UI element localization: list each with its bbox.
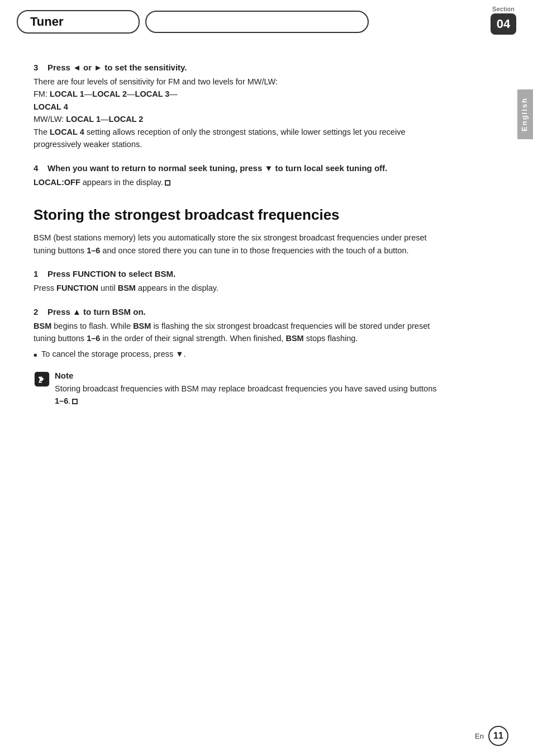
- footer-en-label: En: [475, 732, 484, 740]
- note-icon: [34, 371, 50, 388]
- step-1: 1 Press FUNCTION to select BSM. Press FU…: [34, 269, 447, 294]
- step-2-text: BSM begins to flash. While BSM is flashi…: [34, 320, 447, 345]
- intro-text: BSM (best stations memory) lets you auto…: [34, 231, 447, 257]
- step-2-bullet: To cancel the storage process, press ▼.: [34, 348, 447, 361]
- sidebar-english-label: English: [517, 89, 533, 139]
- section-badge: Section 04: [491, 6, 516, 35]
- note-content: Note Storing broadcast frequencies with …: [55, 371, 447, 408]
- step-1-heading: 1 Press FUNCTION to select BSM.: [34, 269, 447, 278]
- main-content: 3 Press ◄ or ► to set the sensitivity. T…: [0, 34, 480, 424]
- step-4: 4 When you want to return to normal seek…: [34, 163, 447, 188]
- step-3-heading: 3 Press ◄ or ► to set the sensitivity.: [34, 63, 447, 72]
- step-1-text: Press FUNCTION until BSM appears in the …: [34, 282, 447, 294]
- svg-rect-2: [39, 381, 42, 382]
- section-number: 04: [491, 13, 516, 35]
- end-symbol-2: [72, 399, 78, 404]
- page-number: 11: [488, 726, 508, 746]
- page-title: Tuner: [17, 10, 140, 34]
- section-heading: Storing the strongest broadcast frequenc…: [34, 206, 447, 224]
- step-4-text: LOCAL:OFF appears in the display.: [34, 176, 447, 188]
- note-text: Storing broadcast frequencies with BSM m…: [55, 382, 447, 408]
- step-2-heading: 2 Press ▲ to turn BSM on.: [34, 307, 447, 316]
- page: Tuner Section 04 English 3 Press ◄ or ► …: [0, 0, 533, 756]
- step-4-heading: 4 When you want to return to normal seek…: [34, 163, 447, 173]
- end-symbol: [165, 180, 170, 186]
- note-box: Note Storing broadcast frequencies with …: [34, 371, 447, 408]
- step-3: 3 Press ◄ or ► to set the sensitivity. T…: [34, 63, 447, 151]
- section-label: Section: [492, 6, 515, 12]
- page-footer: En 11: [0, 726, 533, 746]
- header-middle-box: [145, 11, 369, 33]
- step-2: 2 Press ▲ to turn BSM on. BSM begins to …: [34, 307, 447, 361]
- note-title: Note: [55, 371, 447, 380]
- page-header: Tuner Section 04: [0, 0, 533, 34]
- step-3-text: There are four levels of sensitivity for…: [34, 75, 447, 151]
- section-divider: Storing the strongest broadcast frequenc…: [34, 206, 447, 224]
